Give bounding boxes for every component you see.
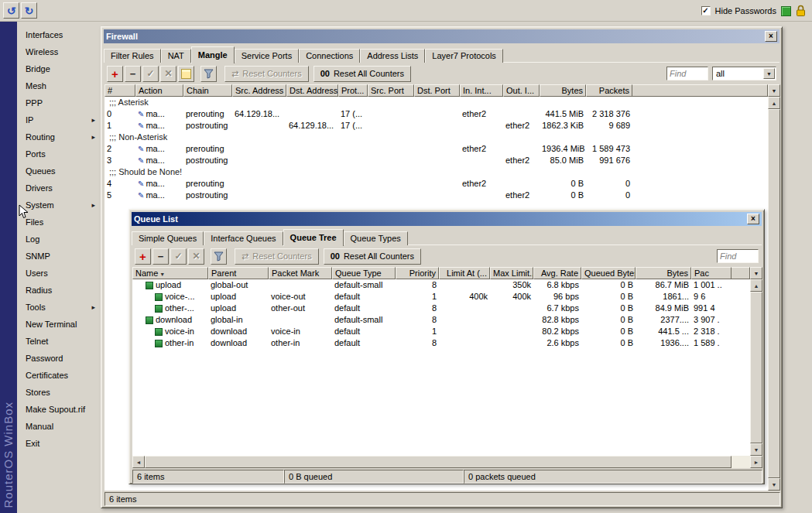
queue-row[interactable]: voice-... upload voice-out default 1 400…	[132, 291, 750, 303]
sidebar-item[interactable]: Interfaces ▸	[17, 26, 101, 43]
scroll-down-button[interactable]: ▼	[768, 478, 780, 491]
reset-counters-button[interactable]: ⇄ Reset Counters	[224, 66, 309, 82]
sidebar-item[interactable]: Stores ▸	[17, 384, 101, 401]
column-header-dst-port[interactable]: Dst. Port	[414, 84, 460, 97]
tab[interactable]: Service Ports	[235, 49, 299, 63]
queue-row[interactable]: voice-in download voice-in default 1 80.…	[132, 326, 750, 337]
sidebar-item[interactable]: Certificates ▸	[17, 367, 101, 384]
queue-row[interactable]: upload global-out default-small 8 350k 6…	[132, 279, 750, 291]
sidebar-item[interactable]: Radius ▸	[17, 282, 101, 299]
tab[interactable]: Interface Queues	[204, 231, 283, 245]
column-header-protocol[interactable]: Prot...	[338, 84, 368, 97]
sidebar-item[interactable]: Manual ▸	[17, 418, 101, 435]
scroll-left-button[interactable]: ◄	[132, 456, 145, 468]
filter-scope-select[interactable]: all ▼	[712, 67, 776, 80]
sidebar-item[interactable]: Ports ▸	[17, 145, 101, 162]
sidebar-item[interactable]: Tools ▸	[17, 299, 101, 316]
sidebar-item[interactable]: IP ▸	[17, 111, 101, 128]
firewall-rule-row[interactable]: 1 ✎ma... postrouting 64.129.18... 17 (..…	[104, 120, 768, 132]
column-header-bytes[interactable]: Bytes	[540, 84, 586, 97]
queue-row[interactable]: other-... upload other-out default 8 6.7…	[132, 303, 750, 314]
sidebar-item[interactable]: Make Supout.rif ▸	[17, 401, 101, 418]
scroll-right-button[interactable]: ►	[750, 456, 762, 468]
firewall-rule-row[interactable]: ;;; Non-Asterisk ✎	[104, 132, 768, 143]
queue-horizontal-scrollbar[interactable]: ◄ ►	[132, 456, 762, 468]
column-header-max-limit[interactable]: Max Limit...	[490, 267, 533, 279]
sidebar-item[interactable]: Queues ▸	[17, 162, 101, 180]
firewall-rule-row[interactable]: ;;; Should be None! ✎	[104, 166, 768, 178]
firewall-rule-row[interactable]: 2 ✎ma... prerouting ether2 1936.4 MiB 1 …	[104, 143, 768, 155]
find-input[interactable]	[666, 67, 708, 80]
queue-vertical-scrollbar[interactable]: ▲ ▼	[750, 279, 762, 456]
firewall-titlebar[interactable]: Firewall ×	[104, 29, 779, 43]
column-header-bytes[interactable]: Bytes	[636, 267, 691, 279]
column-header-limit-at[interactable]: Limit At (...	[439, 267, 490, 279]
column-header-packets[interactable]: Pac	[691, 267, 731, 279]
tab[interactable]: Address Lists	[360, 49, 425, 63]
remove-button[interactable]: −	[152, 248, 169, 265]
column-picker-button[interactable]: ▼	[750, 267, 762, 279]
comment-button[interactable]	[178, 66, 194, 82]
tab[interactable]: NAT	[161, 49, 191, 63]
close-button[interactable]: ×	[747, 214, 759, 224]
tab[interactable]: Connections	[299, 49, 360, 63]
sidebar-item[interactable]: Routing ▸	[17, 128, 101, 145]
queue-row[interactable]: download global-in default-small 8 82.8 …	[132, 314, 750, 326]
reset-counters-button[interactable]: ⇄ Reset Counters	[235, 248, 319, 265]
scroll-up-button[interactable]: ▲	[768, 97, 780, 109]
column-header-priority[interactable]: Priority	[396, 267, 439, 279]
close-button[interactable]: ×	[765, 31, 777, 42]
column-header-avg-rate[interactable]: Avg. Rate	[533, 267, 581, 279]
sidebar-item[interactable]: Users ▸	[17, 265, 101, 282]
filter-button[interactable]	[200, 66, 217, 82]
hide-passwords-checkbox[interactable]: ✓	[701, 6, 711, 15]
enable-button[interactable]: ✓	[142, 66, 159, 82]
column-header-src-address[interactable]: Src. Address	[232, 84, 286, 97]
tab[interactable]: Simple Queues	[132, 231, 204, 245]
scrollbar-thumb[interactable]	[145, 456, 731, 468]
firewall-rule-row[interactable]: 5 ✎ma... postrouting ether2 0 B 0	[104, 190, 768, 201]
firewall-vertical-scrollbar[interactable]: ▲ ▼	[768, 97, 780, 491]
sidebar-item[interactable]: Log ▸	[17, 231, 101, 248]
scrollbar-thumb[interactable]	[750, 292, 762, 443]
disable-button[interactable]: ✕	[188, 248, 204, 265]
disable-button[interactable]: ✕	[160, 66, 176, 82]
filter-button[interactable]	[211, 248, 227, 265]
column-header-parent[interactable]: Parent	[208, 267, 269, 279]
tab[interactable]: Layer7 Protocols	[425, 49, 503, 63]
firewall-rule-row[interactable]: 4 ✎ma... prerouting ether2 0 B 0	[104, 178, 768, 190]
column-header-out-interface[interactable]: Out. I...	[503, 84, 540, 97]
sidebar-item[interactable]: SNMP ▸	[17, 248, 101, 265]
column-picker-button[interactable]: ▼	[768, 84, 780, 97]
find-input[interactable]	[717, 249, 759, 263]
column-header-src-port[interactable]: Src. Port	[368, 84, 414, 97]
sidebar-item[interactable]: Mesh ▸	[17, 77, 101, 94]
sidebar-item[interactable]: Telnet ▸	[17, 333, 101, 350]
redo-button[interactable]: ↻	[21, 2, 37, 19]
sidebar-item[interactable]: Bridge ▸	[17, 60, 101, 77]
queue-list-titlebar[interactable]: Queue List ×	[132, 212, 762, 226]
column-header-packets[interactable]: Packets	[586, 84, 632, 97]
column-header-number[interactable]: #	[104, 84, 135, 97]
sidebar-item[interactable]: Wireless ▸	[17, 43, 101, 60]
firewall-rule-row[interactable]: ;;; Asterisk ✎	[104, 97, 768, 108]
column-header-in-interface[interactable]: In. Int...	[460, 84, 503, 97]
firewall-rule-row[interactable]: 0 ✎ma... prerouting 64.129.18... 17 (...…	[104, 108, 768, 120]
enable-button[interactable]: ✓	[170, 248, 187, 265]
scrollbar-thumb[interactable]	[768, 109, 780, 478]
reset-all-counters-button[interactable]: 00 Reset All Counters	[324, 248, 421, 265]
sidebar-item[interactable]: New Terminal ▸	[17, 316, 101, 333]
sidebar-item[interactable]: Exit ▸	[17, 435, 101, 452]
column-header-queued-bytes[interactable]: Queued Bytes	[581, 267, 636, 279]
reset-all-counters-button[interactable]: 00 Reset All Counters	[313, 66, 411, 82]
sidebar-item[interactable]: Drivers ▸	[17, 180, 101, 197]
column-header-packet-mark[interactable]: Packet Mark	[269, 267, 332, 279]
column-header-chain[interactable]: Chain	[183, 84, 232, 97]
tab[interactable]: Queue Types	[344, 231, 408, 245]
firewall-rule-row[interactable]: 3 ✎ma... postrouting ether2 85.0 MiB 991…	[104, 155, 768, 166]
tab[interactable]: Mangle	[191, 46, 235, 63]
add-button[interactable]: +	[135, 248, 151, 265]
remove-button[interactable]: −	[125, 66, 141, 82]
column-header-name[interactable]: Name▼	[132, 267, 208, 279]
sidebar-item[interactable]: Files ▸	[17, 214, 101, 231]
